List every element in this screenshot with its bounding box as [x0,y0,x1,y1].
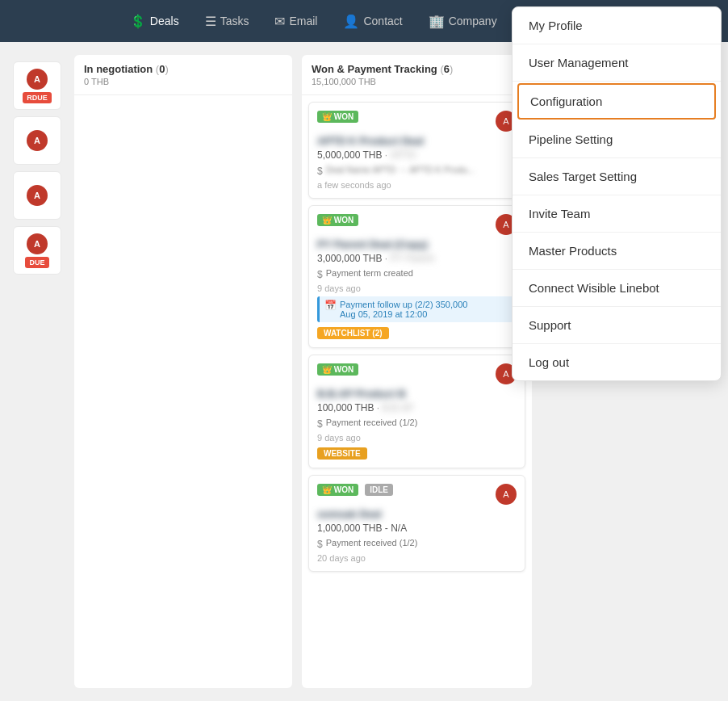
left-side-column: A RDUE A A A DUE [13,55,65,688]
card-amount-val-4: 1,000,000 THB - N/A [317,523,407,534]
card-avatar-4: A [496,484,517,505]
nav-label-email: Email [289,15,317,27]
nav-item-email[interactable]: ✉ Email [265,9,327,34]
left-card-1: A RDUE [13,61,61,110]
avatar-4: A [27,233,48,254]
card-badge-3: WEBSITE [317,443,517,460]
tasks-icon: ☰ [205,14,216,29]
dollar-icon-4: $ [317,539,323,550]
menu-item-configuration[interactable]: Configuration [517,83,716,120]
menu-item-pipeline-setting[interactable]: Pipeline Setting [513,121,721,158]
card-company-2: · PY Parent [385,253,434,264]
dropdown-menu: My Profile User Management Configuration… [512,6,722,381]
card-detail-1: $ Deal Name APTD → APTD K Produ... [317,165,517,177]
website-badge: WEBSITE [317,447,367,460]
menu-item-logout[interactable]: Log out [513,344,721,380]
card-deal-detail-1: Deal Name APTD → APTD K Produ... [326,165,475,174]
card-company-3: · B.B.AP [377,402,413,413]
payment-follow-date: Aug 05, 2019 at 12:00 [340,309,467,319]
card-top-4: 👑 WON IDLE A [317,484,517,505]
badges-row-2: 👑 WON [317,214,358,226]
col-title-text-won: Won & Payment Tracking [312,63,437,75]
card-badge-2: WATCHLIST (2) [317,322,517,339]
badges-row-1: 👑 WON [317,111,358,123]
card-top-3: 👑 WON A [317,363,517,384]
dollar-icon-2: $ [317,269,323,280]
card-top-1: 👑 WON A [317,111,517,132]
won-badge-2: 👑 WON [317,214,358,226]
col-title-text-negotiation: In negotiation [84,63,153,75]
card-detail-2: $ Payment term created [317,268,517,280]
overdue-badge-1: RDUE [23,92,52,103]
card-name-1: APTD K Product Deal [317,135,517,147]
left-card-4: A DUE [13,226,61,275]
card-name-3: B.B.AP Product B [317,388,517,400]
calendar-icon: 📅 [324,300,337,319]
avatar-1: A [27,69,48,90]
col-count-won: 6 [444,63,450,75]
menu-item-support[interactable]: Support [513,307,721,344]
won-badge-1: 👑 WON [317,111,358,123]
contact-icon: 👤 [343,14,359,29]
deal-card-4[interactable]: 👑 WON IDLE A somsak Deal 1,000,000 THB -… [308,475,525,572]
watchlist-badge: WATCHLIST (2) [317,327,389,339]
due-badge-1: DUE [25,257,48,268]
card-deal-detail-4: Payment received (1/2) [326,538,418,548]
menu-item-connect-linebot[interactable]: Connect Wisible Linebot [513,270,721,307]
badges-row-3: 👑 WON [317,363,358,376]
card-name-4: somsak Deal [317,508,517,520]
menu-item-sales-target[interactable]: Sales Target Setting [513,158,721,195]
deal-card-2[interactable]: 👑 WON A PY Parent Deal (Copy) 3,000,000 … [308,205,525,348]
column-body-negotiation [74,95,292,688]
menu-item-user-management[interactable]: User Management [513,44,721,82]
nav-label-deals: Deals [150,15,179,27]
nav-item-tasks[interactable]: ☰ Tasks [195,9,259,34]
nav-label-contact: Contact [363,15,402,27]
column-header-in-negotiation: In negotiation (0) 0 THB [74,55,292,95]
deals-icon: 💲 [130,14,146,29]
column-body-won: 👑 WON A APTD K Product Deal 5,000,000 TH… [302,95,532,688]
card-amount-3: 100,000 THB · B.B.AP [317,402,517,413]
won-badge-3: 👑 WON [317,363,358,376]
nav-item-deals[interactable]: 💲 Deals [120,9,189,34]
col-amount-negotiation: 0 THB [84,77,282,86]
avatar-2: A [27,130,48,151]
nav-item-company[interactable]: 🏢 Company [419,9,507,34]
nav-item-contact[interactable]: 👤 Contact [333,9,412,34]
card-amount-val-3: 100,000 THB [317,402,374,413]
card-company-1: · APTD [385,149,416,161]
payment-follow-detail: Payment follow up (2/2) 350,000 [340,300,467,309]
card-detail-3: $ Payment received (1/2) [317,418,517,430]
card-time-2: 9 days ago [317,283,517,293]
card-time-4: 20 days ago [317,553,517,563]
menu-item-master-products[interactable]: Master Products [513,233,721,270]
company-icon: 🏢 [429,14,445,29]
nav-label-tasks: Tasks [220,15,249,27]
menu-item-invite-team[interactable]: Invite Team [513,195,721,233]
card-amount-1: 5,000,000 THB · APTD [317,149,517,161]
left-card-2: A [13,116,61,165]
card-amount-val-2: 3,000,000 THB [317,253,383,264]
card-amount-2: 3,000,000 THB · PY Parent [317,253,517,264]
deal-card-3[interactable]: 👑 WON A B.B.AP Product B 100,000 THB · B… [308,355,525,468]
nav-label-company: Company [449,15,497,27]
badges-row-4: 👑 WON IDLE [317,484,393,496]
menu-item-my-profile[interactable]: My Profile [513,7,721,44]
card-deal-detail-2: Payment term created [326,268,413,278]
left-card-3: A [13,171,61,220]
card-amount-4: 1,000,000 THB - N/A [317,523,517,534]
email-icon: ✉ [274,14,285,29]
dollar-icon-1: $ [317,166,323,177]
idle-badge-4: IDLE [365,484,393,496]
column-in-negotiation: In negotiation (0) 0 THB [74,55,292,688]
won-badge-4: 👑 WON [317,484,358,496]
deal-card-1[interactable]: 👑 WON A APTD K Product Deal 5,000,000 TH… [308,102,525,199]
column-title-won: Won & Payment Tracking (6) [312,63,522,75]
col-amount-won: 15,100,000 THB [312,77,522,86]
column-won-payment: Won & Payment Tracking (6) 15,100,000 TH… [302,55,532,688]
card-time-3: 9 days ago [317,433,517,443]
column-title-in-negotiation: In negotiation (0) [84,63,282,75]
card-detail-4: $ Payment received (1/2) [317,538,517,550]
card-time-1: a few seconds ago [317,180,517,190]
col-count-close-negotiation: ) [165,63,168,75]
